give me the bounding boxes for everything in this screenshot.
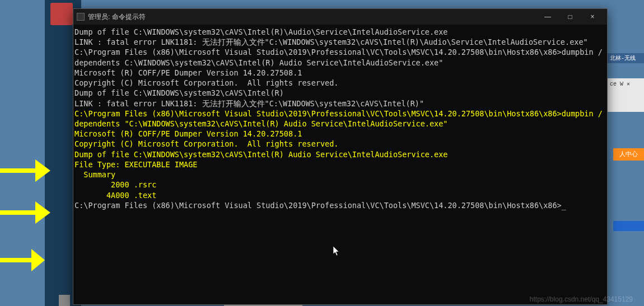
app-icon-red	[50, 3, 73, 25]
terminal-line: Microsoft (R) COFF/PE Dumper Version 14.…	[74, 68, 606, 78]
terminal-line: LINK : fatal error LNK1181: 无法打开输入文件"C:\…	[74, 37, 606, 47]
terminal-line: Copyright (C) Microsoft Corporation. All…	[74, 78, 606, 88]
window-controls: — □ ×	[536, 9, 604, 25]
terminal-line: C:\Program Files (x86)\Microsoft Visual …	[74, 109, 606, 129]
terminal-line: LINK : fatal error LNK1181: 无法打开输入文件"C:\…	[74, 98, 606, 109]
background-blue-tag	[613, 221, 644, 231]
maximize-button[interactable]: □	[559, 9, 581, 25]
terminal-line: 2000 .rsrc	[74, 180, 606, 190]
minimize-button[interactable]: —	[536, 9, 559, 25]
background-orange-tag: 人中心	[613, 148, 644, 161]
terminal-output[interactable]: Dump of file C:\WINDOWS\system32\cAVS\In…	[73, 25, 607, 304]
terminal-line: C:\Program Files (x86)\Microsoft Visual …	[74, 47, 606, 67]
command-prompt-window: 管理员: 命令提示符 — □ × Dump of file C:\WINDOWS…	[73, 8, 608, 305]
window-titlebar[interactable]: 管理员: 命令提示符 — □ ×	[73, 9, 607, 25]
terminal-line: Dump of file C:\WINDOWS\system32\cAVS\In…	[74, 149, 606, 159]
terminal-line: File Type: EXECUTABLE IMAGE	[74, 159, 606, 170]
terminal-line: C:\Program Files (x86)\Microsoft Visual …	[74, 200, 606, 210]
terminal-line: Summary	[74, 170, 606, 180]
terminal-line: Copyright (C) Microsoft Corporation. All…	[74, 139, 606, 149]
background-tab-label: 北林-无线	[608, 53, 644, 63]
terminal-line: 4A000 .text	[74, 190, 606, 200]
terminal-line: Dump of file C:\WINDOWS\system32\cAVS\In…	[74, 27, 606, 37]
background-panel: ce W ✕	[608, 78, 644, 112]
cmd-icon	[77, 13, 85, 21]
terminal-line: Microsoft (R) COFF/PE Dumper Version 14.…	[74, 129, 606, 139]
close-button[interactable]: ×	[581, 9, 604, 25]
window-title: 管理员: 命令提示符	[88, 12, 536, 22]
anonymous-avatar	[59, 295, 70, 306]
terminal-line: Dump of file C:\WINDOWS\system32\cAVS\In…	[74, 88, 606, 98]
